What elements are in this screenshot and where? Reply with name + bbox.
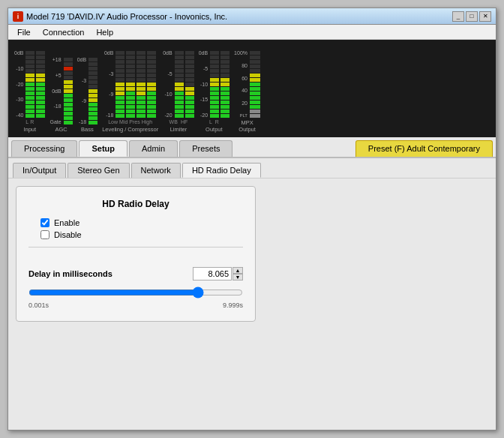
spinner-down[interactable]: ▼	[232, 274, 243, 280]
vu-meters-section: 0dB-10-20-30-40	[8, 40, 496, 137]
agc-meter-group: +18+50dB-18Gate	[50, 57, 72, 133]
agc-label: AGC	[55, 126, 67, 133]
spinner-up[interactable]: ▲	[232, 267, 243, 274]
tab-setup[interactable]: Setup	[79, 140, 128, 157]
delay-slider[interactable]	[28, 286, 243, 298]
sub-tab-network[interactable]: Network	[131, 163, 181, 178]
slider-max-label: 9.999s	[223, 302, 243, 309]
divider	[28, 247, 243, 248]
mpx-bar	[250, 50, 260, 118]
output-scale: 0dB-5-10-15-20	[199, 50, 208, 118]
delay-value-input[interactable]	[193, 267, 232, 280]
lev-pres-label: Pres	[129, 119, 140, 124]
spinner-group: ▲ ▼	[232, 267, 243, 280]
title-bar: i Model 719 'DAVID.IV' Audio Processor -…	[8, 8, 496, 25]
close-button[interactable]: ✕	[479, 11, 491, 22]
bass-label: Bass	[81, 126, 94, 133]
title-bar-left: i Model 719 'DAVID.IV' Audio Processor -…	[13, 11, 227, 22]
mpx-label: MPXOutput	[238, 119, 256, 133]
menu-bar: File Connection Help	[8, 25, 496, 40]
slider-container: 0.001s 9.999s	[28, 286, 243, 309]
hd-radio-delay-panel: HD Radio Delay Enable Disable Delay in m…	[16, 186, 256, 322]
input-meter-group: 0dB-10-20-30-40	[14, 50, 45, 133]
main-tabs: Processing Setup Admin Presets Preset (F…	[8, 137, 496, 158]
panel-title: HD Radio Delay	[28, 199, 243, 209]
output-L-bar	[210, 50, 219, 118]
disable-checkbox[interactable]	[40, 230, 50, 239]
input-L-label: L	[26, 119, 28, 124]
sub-tab-in-output[interactable]: In/Output	[13, 163, 66, 178]
lim-hf-label: HF	[181, 119, 188, 124]
sub-tab-hd-radio-delay[interactable]: HD Radio Delay	[182, 163, 261, 178]
tab-preset-name[interactable]: Preset (F) Adult Contemporary	[356, 140, 493, 157]
limiter-meter-group: 0dB-5-10-20	[163, 50, 194, 133]
slider-min-label: 0.001s	[28, 302, 49, 309]
menu-help[interactable]: Help	[90, 26, 119, 38]
leveling-label: Leveling / Compressor	[102, 126, 158, 133]
agc-bar	[64, 57, 73, 124]
disable-row: Disable	[40, 230, 231, 239]
limiter-label: Limiter	[170, 126, 188, 133]
slider-labels: 0.001s 9.999s	[28, 302, 243, 309]
app-icon: i	[13, 11, 23, 22]
enable-row: Enable	[40, 218, 231, 227]
bass-bar	[88, 57, 98, 124]
tab-processing[interactable]: Processing	[11, 140, 77, 157]
mpx-meter-group: 100%80604020PLT	[234, 50, 260, 133]
limiter-scale: 0dB-5-10-20	[163, 50, 172, 118]
input-label: Input	[23, 126, 36, 133]
maximize-button[interactable]: □	[466, 11, 478, 22]
bass-scale: 0dB-3-9-18	[77, 57, 87, 124]
lim-wb-label: WB	[170, 119, 178, 124]
menu-file[interactable]: File	[11, 26, 37, 38]
leveling-mid-bar	[126, 50, 135, 118]
output-meter-group: 0dB-5-10-15-20	[199, 50, 230, 133]
lev-low-label: Low	[108, 119, 118, 124]
leveling-high-bar	[147, 50, 156, 118]
lev-mid-label: Mid	[119, 119, 128, 124]
leveling-meter-group: 0dB-3-9-18	[102, 50, 158, 133]
out-R-label: R	[215, 119, 219, 124]
window-controls: _ □ ✕	[452, 11, 491, 22]
input-R-bar	[36, 50, 45, 118]
main-window: i Model 719 'DAVID.IV' Audio Processor -…	[8, 8, 496, 430]
delay-label: Delay in milliseconds	[28, 269, 112, 278]
tab-presets[interactable]: Presets	[179, 140, 232, 157]
limiter-hf-bar	[185, 50, 194, 118]
tab-admin[interactable]: Admin	[129, 140, 178, 157]
lev-high-label: High	[142, 119, 152, 124]
delay-section: Delay in milliseconds ▲ ▼ 0.001s 9.999s	[28, 260, 243, 309]
enable-label: Enable	[54, 218, 80, 227]
sub-tab-stereo-gen[interactable]: Stereo Gen	[68, 163, 129, 178]
input-R-label: R	[30, 119, 34, 124]
enable-checkbox[interactable]	[40, 218, 50, 227]
content-area: HD Radio Delay Enable Disable Delay in m…	[8, 178, 496, 430]
limiter-wb-bar	[175, 50, 184, 118]
bass-meter-group: 0dB-3-9-18	[77, 57, 98, 133]
window-title: Model 719 'DAVID.IV' Audio Processor - I…	[26, 12, 227, 21]
delay-input-group: ▲ ▼	[193, 267, 243, 280]
output-label: Output	[206, 126, 223, 133]
minimize-button[interactable]: _	[452, 11, 464, 22]
delay-row: Delay in milliseconds ▲ ▼	[28, 267, 243, 280]
menu-connection[interactable]: Connection	[37, 26, 91, 38]
leveling-pres-bar	[136, 50, 146, 118]
mpx-scale: 100%80604020PLT	[234, 50, 248, 118]
input-scale: 0dB-10-20-30-40	[14, 50, 24, 118]
sub-tabs: In/Output Stereo Gen Network HD Radio De…	[8, 158, 496, 178]
input-L-bar	[26, 50, 34, 118]
output-R-bar	[220, 50, 230, 118]
out-L-label: L	[209, 119, 212, 124]
disable-label: Disable	[54, 230, 82, 239]
leveling-scale: 0dB-3-9-18	[104, 50, 114, 118]
leveling-low-bar	[116, 50, 124, 118]
agc-scale: +18+50dB-18Gate	[50, 57, 62, 124]
